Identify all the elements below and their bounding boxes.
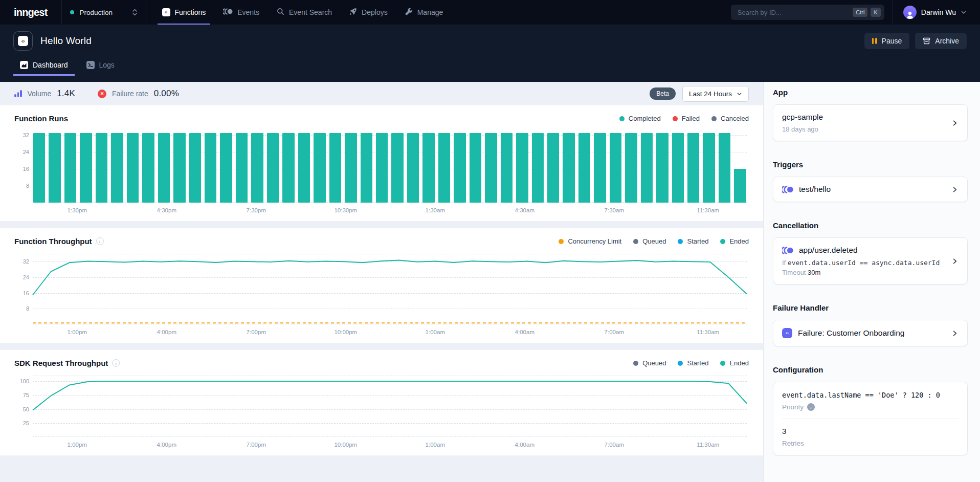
line-series (33, 254, 747, 324)
bar (470, 133, 481, 203)
legend-dot (673, 116, 678, 121)
nav-item-manage[interactable]: Manage (396, 0, 452, 25)
nav-item-deploys[interactable]: Deploys (341, 0, 396, 25)
nav-item-events[interactable]: Events (214, 0, 268, 25)
cancellation-card[interactable]: app/user.deleted If event.data.userId ==… (773, 237, 968, 284)
bar (578, 133, 590, 203)
bar (703, 133, 715, 203)
bar (329, 133, 341, 203)
kbd-ctrl: Ctrl (853, 8, 867, 17)
legend-item: Concurrency Limit (559, 237, 621, 245)
bar (49, 133, 60, 203)
bar (173, 133, 185, 203)
function-header: ‹› Hello World Pause Archive Dashboard L… (0, 25, 980, 82)
x-tick-label: 4:00pm (157, 329, 176, 335)
chevron-right-icon (951, 257, 959, 265)
x-axis-labels: 1:00pm4:00pm7:00pm10:00pm1:00am4:00am7:0… (33, 437, 749, 452)
bar-series (33, 131, 747, 203)
triggers-section: Triggers test/hello (773, 160, 968, 202)
bar (251, 133, 263, 203)
legend-dot (720, 239, 725, 244)
legend-dot (678, 239, 683, 244)
page-title: Hello World (40, 35, 92, 47)
bar-chart: 3224168 (33, 131, 747, 203)
x-tick-label: 11:30am (697, 442, 719, 448)
nav-item-functions[interactable]: ‹› Functions (153, 0, 215, 25)
legend-item: Queued (633, 237, 666, 245)
volume-bars-icon (14, 90, 22, 97)
dashboard-main: Volume 1.4K ✕ Failure rate 0.00% Beta La… (0, 82, 763, 482)
bar (96, 133, 107, 203)
tab-dashboard[interactable]: Dashboard (13, 55, 75, 76)
chevron-down-icon (961, 9, 967, 15)
x-tick-label: 11:30am (697, 207, 719, 213)
inngest-logo[interactable]: inngest (0, 0, 62, 25)
x-tick-label: 4:00am (515, 329, 534, 335)
bar (501, 133, 513, 203)
cancellation-event-name: app/user.deleted (799, 246, 858, 255)
x-tick-label: 1:00am (426, 329, 445, 335)
event-stream-icon (223, 8, 233, 16)
bar (610, 133, 621, 203)
bar (547, 133, 559, 203)
user-name: Darwin Wu (921, 8, 956, 16)
y-tick-label: 16 (23, 166, 29, 172)
legend-item: Started (678, 237, 708, 245)
legend-item: Ended (720, 237, 749, 245)
legend-item: Completed (619, 115, 661, 122)
nav-item-event-search[interactable]: Event Search (268, 0, 341, 25)
tab-logs[interactable]: Logs (80, 55, 121, 76)
function-runs-panel: Function Runs CompletedFailedCanceled 32… (0, 105, 763, 221)
nav-label: Manage (417, 8, 443, 16)
trigger-card[interactable]: test/hello (773, 177, 968, 202)
bar (656, 133, 668, 203)
search-input[interactable]: Search by ID... Ctrl K (731, 5, 884, 20)
bar (64, 133, 76, 203)
event-trigger-icon (782, 186, 793, 193)
archive-button[interactable]: Archive (915, 33, 967, 49)
info-icon[interactable]: i (112, 359, 120, 367)
chevron-down-icon (737, 91, 742, 97)
function-throughput-panel: Function Throughput i Concurrency LimitQ… (0, 228, 763, 343)
legend-item: Canceled (711, 115, 749, 122)
bar (314, 133, 325, 203)
legend-item: Queued (633, 359, 666, 367)
failure-handler-section: Failure Handler ‹› Failure: Customer Onb… (773, 303, 968, 346)
chevron-up-down-icon (132, 9, 138, 16)
wrench-icon (405, 8, 413, 17)
pause-button[interactable]: Pause (864, 33, 910, 49)
x-tick-label: 4:00am (515, 442, 534, 448)
bar (282, 133, 294, 203)
user-menu[interactable]: Darwin Wu (893, 0, 980, 25)
info-icon[interactable]: i (96, 237, 104, 245)
bar (672, 133, 684, 203)
line-chart: 100755025 (33, 376, 747, 437)
time-range-dropdown[interactable]: Last 24 Hours (682, 86, 749, 102)
info-icon[interactable]: i (807, 403, 815, 411)
bar (205, 133, 216, 203)
failure-handler-card[interactable]: ‹› Failure: Customer Onboarding (773, 320, 968, 346)
legend-dot (633, 361, 638, 366)
y-tick-label: 16 (23, 290, 29, 296)
legend-dot (711, 116, 717, 121)
environment-selector[interactable]: Production (62, 0, 146, 25)
x-tick-label: 1:30pm (68, 207, 87, 213)
dashboard-icon (20, 61, 28, 69)
x-tick-label: 1:00pm (68, 442, 87, 448)
x-tick-label: 1:00pm (68, 329, 87, 335)
legend-dot (559, 239, 564, 244)
search-icon (277, 8, 284, 17)
x-tick-label: 10:00pm (334, 442, 357, 448)
logs-icon (86, 61, 95, 69)
function-ref-icon: ‹› (782, 328, 792, 338)
y-tick-label: 50 (23, 406, 29, 412)
y-tick-label: 8 (26, 183, 29, 189)
cancellation-section: Cancellation app/user.deleted If event.d… (773, 221, 968, 284)
app-card[interactable]: gcp-sample 18 days ago (773, 104, 968, 141)
bar (422, 133, 434, 203)
bar (376, 133, 388, 203)
y-tick-label: 32 (23, 258, 29, 265)
primary-nav: ‹› Functions Events Event Search Deploys (153, 0, 452, 25)
failure-rate-stat: ✕ Failure rate 0.00% (98, 89, 179, 99)
bar (641, 133, 653, 203)
